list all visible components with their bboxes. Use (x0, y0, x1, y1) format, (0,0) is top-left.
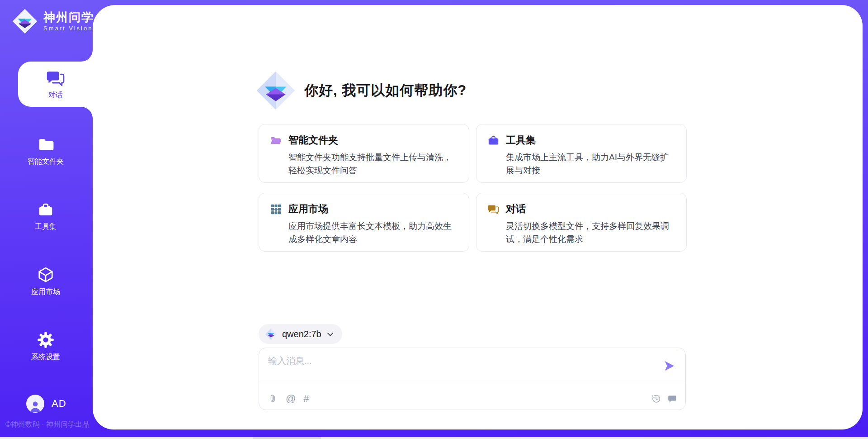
card-chat[interactable]: 对话 灵活切换多模型文件，支持多样回复效果调试，满足个性化需求 (476, 193, 687, 252)
sidebar-item-label: 对话 (48, 91, 63, 100)
cube-icon (37, 266, 54, 283)
sidebar-item-chat[interactable]: 对话 (18, 62, 93, 107)
message-input[interactable] (268, 355, 648, 381)
card-title: 应用市场 (288, 202, 328, 216)
attachment-icon[interactable] (268, 394, 278, 404)
card-app-market[interactable]: 应用市场 应用市场提供丰富长文本模板，助力高效生成多样化文章内容 (259, 193, 469, 252)
card-description: 智能文件夹功能支持批量文件上传与清洗，轻松实现文件问答 (288, 151, 458, 177)
greeting-text: 你好, 我可以如何帮助你? (304, 81, 467, 100)
input-divider (259, 383, 685, 383)
model-selector[interactable]: qwen2:7b (259, 324, 342, 344)
chat-bubbles-icon (487, 203, 500, 215)
brand-logo-row: 神州问学 Smart Vision (12, 8, 94, 34)
folder-open-icon (270, 134, 282, 147)
card-title: 对话 (506, 202, 526, 216)
sidebar-item-label: 系统设置 (31, 353, 60, 362)
sidebar-item-label: 智能文件夹 (28, 157, 64, 167)
gear-icon (37, 331, 54, 348)
briefcase-icon (37, 201, 54, 218)
apps-grid-icon (270, 203, 282, 215)
folder-icon (37, 136, 54, 153)
copyright-text: ©神州数码 · 神州问学出品 (5, 420, 90, 429)
sidebar-item-app-market[interactable]: 应用市场 (0, 266, 91, 297)
assistant-diamond-icon (255, 70, 296, 111)
model-diamond-icon (265, 328, 277, 340)
chat-bubbles-icon (46, 68, 66, 88)
sidebar-item-label: 工具集 (35, 222, 57, 232)
model-name: qwen2:7b (282, 329, 321, 339)
scrollbar-thumb[interactable] (253, 437, 321, 439)
input-toolbar: @ # (268, 394, 677, 404)
card-title: 工具集 (506, 134, 536, 147)
briefcase-icon (487, 134, 500, 147)
card-toolset[interactable]: 工具集 集成市场上主流工具，助力AI与外界无缝扩展与对接 (476, 124, 687, 183)
app-window: 神州问学 Smart Vision 对话 智能文件夹 工具集 (0, 0, 868, 439)
sidebar-item-label: 应用市场 (31, 287, 60, 297)
feature-cards: 智能文件夹 智能文件夹功能支持批量文件上传与清洗，轻松实现文件问答 工具集 集成… (259, 124, 687, 252)
send-icon[interactable] (663, 360, 675, 372)
card-title: 智能文件夹 (288, 134, 338, 147)
card-smart-folder[interactable]: 智能文件夹 智能文件夹功能支持批量文件上传与清洗，轻松实现文件问答 (259, 124, 469, 183)
message-input-box: @ # (259, 348, 686, 410)
user-account[interactable]: AD (26, 395, 66, 413)
card-description: 应用市场提供丰富长文本模板，助力高效生成多样化文章内容 (288, 220, 458, 246)
mention-icon[interactable]: @ (286, 394, 296, 404)
brand-diamond-icon (12, 8, 38, 34)
card-description: 灵活切换多模型文件，支持多样回复效果调试，满足个性化需求 (506, 220, 675, 246)
brand-subtitle: Smart Vision (43, 25, 94, 32)
chevron-down-icon (326, 330, 334, 338)
user-initials: AD (52, 398, 66, 410)
sidebar-item-smart-folder[interactable]: 智能文件夹 (0, 136, 91, 167)
hashtag-icon[interactable]: # (303, 394, 309, 404)
person-icon (28, 399, 42, 413)
card-description: 集成市场上主流工具，助力AI与外界无缝扩展与对接 (506, 151, 675, 177)
greeting-row: 你好, 我可以如何帮助你? (255, 70, 467, 111)
sidebar-item-toolset[interactable]: 工具集 (0, 201, 91, 232)
feedback-bubble-icon[interactable] (667, 394, 677, 404)
brand-name: 神州问学 (43, 11, 94, 24)
sidebar-item-settings[interactable]: 系统设置 (0, 331, 91, 362)
horizontal-scrollbar[interactable] (0, 437, 868, 439)
main-content-panel: 你好, 我可以如何帮助你? 智能文件夹 智能文件夹功能支持批量文件上传与清洗，轻… (93, 5, 863, 429)
avatar (26, 395, 44, 413)
history-icon[interactable] (651, 394, 661, 404)
